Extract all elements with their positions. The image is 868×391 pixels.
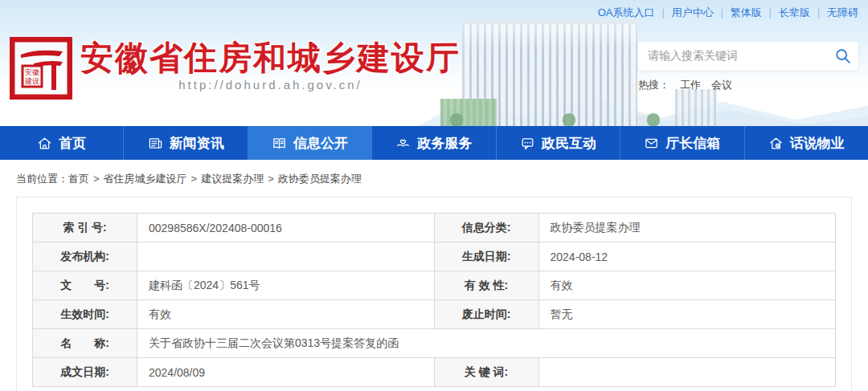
nav-item-gov-service[interactable]: 政务服务	[372, 126, 496, 160]
document-meta-table: 索 引 号:00298586X/202408-00016信息分类:政协委员提案办…	[32, 213, 836, 387]
search-box	[638, 42, 858, 71]
field-value: 2024/08/09	[137, 358, 435, 387]
hot-search-label: 热搜：	[638, 78, 669, 92]
breadcrumb-separator: >	[93, 173, 100, 185]
field-label: 有 效 性:	[434, 271, 538, 300]
hand-heart-icon	[395, 136, 411, 151]
top-link-3[interactable]: 长辈版	[779, 6, 810, 20]
table-row: 文 号:建科函〔2024〕561号有 效 性:有效	[33, 271, 836, 300]
agency-logo[interactable]: 安徽 建设	[10, 37, 72, 100]
field-label: 生效时间:	[33, 300, 137, 329]
building-green-wall	[440, 99, 497, 126]
nav-item-home[interactable]: 首页	[0, 126, 124, 160]
field-value: 关于省政协十三届二次会议第0313号提案答复的函	[137, 329, 836, 358]
field-value	[538, 358, 836, 387]
site-title[interactable]: 安徽省住房和城乡建设厅	[80, 40, 461, 75]
top-link-2[interactable]: 繁体版	[731, 6, 762, 20]
building-side-tower	[675, 89, 717, 126]
nav-item-label: 话说物业	[790, 134, 845, 153]
breadcrumb-separator: >	[268, 173, 274, 185]
field-label: 废止时间:	[434, 300, 538, 329]
table-row: 发布机构:生成日期:2024-08-12	[33, 242, 836, 271]
field-value: 暂无	[538, 300, 836, 329]
house-gear-icon	[768, 136, 784, 151]
tree-icon	[647, 113, 660, 126]
field-value: 有效	[538, 271, 836, 300]
separator: |	[769, 7, 772, 18]
field-value: 有效	[137, 300, 435, 329]
breadcrumb-link-3: 政协委员提案办理	[278, 173, 362, 185]
separator: |	[662, 7, 665, 18]
separator: |	[721, 7, 723, 18]
table-row: 索 引 号:00298586X/202408-00016信息分类:政协委员提案办…	[33, 214, 836, 242]
tree-icon	[563, 113, 575, 126]
field-label: 文 号:	[33, 271, 137, 300]
table-row: 名 称:关于省政协十三届二次会议第0313号提案答复的函	[33, 329, 836, 358]
news-icon	[148, 136, 163, 151]
breadcrumb-separator: >	[191, 173, 198, 185]
field-value: 2024-08-12	[538, 242, 836, 271]
site-url: http://dohurd.ah.gov.cn/	[80, 78, 461, 92]
nav-item-interaction[interactable]: 政民互动	[497, 126, 620, 160]
site-header: OA系统入口|用户中心|繁体版|长辈版|无障碍 安徽 建设 安徽省住房和城乡建设…	[0, 0, 868, 126]
field-label: 索 引 号:	[33, 214, 137, 242]
hot-search-row: 热搜： 工作会议	[638, 78, 858, 92]
nav-item-label: 政务服务	[417, 134, 472, 153]
field-label: 发布机构:	[33, 242, 137, 271]
table-row: 成文日期:2024/08/09关 键 词:	[33, 358, 836, 387]
svg-text:安徽: 安徽	[25, 68, 39, 76]
breadcrumb: 当前位置：首页>省住房城乡建设厅>建议提案办理>政协委员提案办理	[0, 160, 868, 197]
nav-item-info-disclosure[interactable]: 信息公开	[248, 126, 372, 160]
nav-item-news[interactable]: 新闻资讯	[124, 126, 248, 160]
top-link-1[interactable]: 用户中心	[672, 6, 714, 20]
top-link-0[interactable]: OA系统入口	[598, 6, 655, 20]
top-link-4[interactable]: 无障碍	[827, 6, 858, 20]
field-label: 名 称:	[33, 329, 137, 358]
search-input[interactable]	[638, 42, 823, 69]
field-label: 成文日期:	[33, 358, 137, 387]
breadcrumb-link-1[interactable]: 省住房城乡建设厅	[104, 173, 187, 185]
nav-item-director-mailbox[interactable]: 厅长信箱	[620, 126, 744, 160]
svg-text:建设: 建设	[24, 77, 39, 85]
hot-search-term-1[interactable]: 会议	[711, 78, 732, 92]
nav-item-label: 信息公开	[293, 134, 348, 153]
breadcrumb-link-0[interactable]: 首页	[68, 173, 89, 185]
search-button[interactable]	[834, 47, 852, 65]
field-label: 关 键 词:	[434, 358, 538, 387]
main-nav: 首页新闻资讯信息公开政务服务政民互动厅长信箱话说物业	[0, 126, 868, 160]
field-value: 政协委员提案办理	[538, 214, 836, 242]
field-value: 00298586X/202408-00016	[137, 214, 435, 242]
field-label: 信息分类:	[434, 214, 538, 242]
mail-icon	[644, 136, 659, 151]
top-utility-links: OA系统入口|用户中心|繁体版|长辈版|无障碍	[598, 6, 858, 20]
breadcrumb-label: 当前位置：	[16, 173, 68, 185]
nav-item-label: 政民互动	[542, 134, 596, 153]
open-book-icon	[272, 136, 287, 151]
breadcrumb-link-2[interactable]: 建议提案办理	[201, 173, 264, 185]
search-icon	[834, 47, 852, 65]
table-row: 生效时间:有效废止时间:暂无	[33, 300, 836, 329]
document-meta-panel: 索 引 号:00298586X/202408-00016信息分类:政协委员提案办…	[16, 197, 852, 391]
separator: |	[817, 7, 820, 18]
tree-icon	[450, 113, 463, 126]
field-label: 生成日期:	[434, 242, 538, 271]
hot-search-term-0[interactable]: 工作	[680, 78, 701, 92]
chat-bubble-icon	[520, 136, 535, 151]
nav-item-label: 新闻资讯	[170, 134, 224, 153]
nav-item-label: 首页	[59, 134, 86, 153]
field-value	[137, 242, 435, 271]
field-value: 建科函〔2024〕561号	[137, 271, 435, 300]
nav-item-label: 厅长信箱	[665, 134, 720, 153]
home-icon	[37, 136, 52, 151]
nav-item-property-talk[interactable]: 话说物业	[745, 126, 868, 160]
